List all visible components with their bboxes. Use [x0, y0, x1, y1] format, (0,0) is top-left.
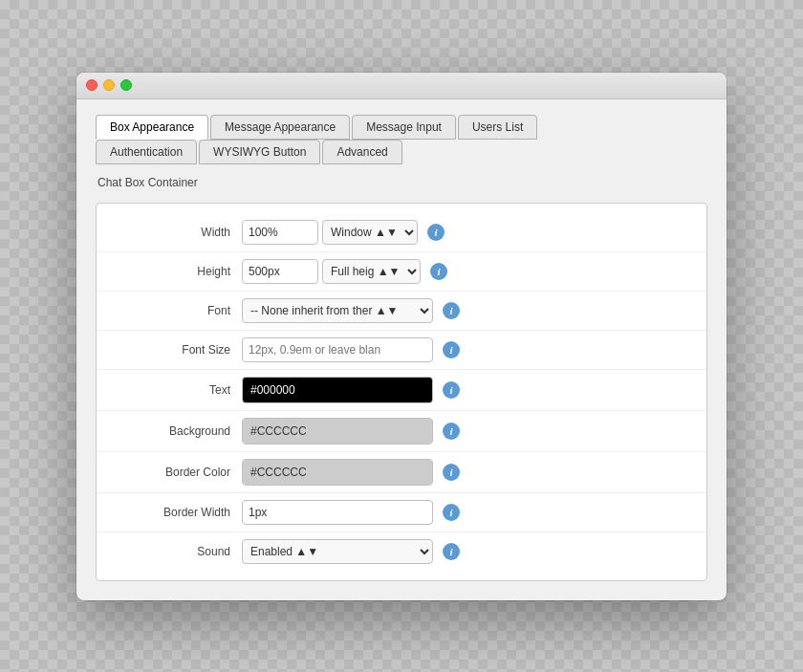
- tab-advanced[interactable]: Advanced: [322, 140, 402, 164]
- height-info-icon[interactable]: i: [430, 263, 447, 280]
- text-info-icon[interactable]: i: [443, 381, 460, 399]
- tab-message-appearance[interactable]: Message Appearance: [210, 115, 350, 140]
- border-width-info-icon[interactable]: i: [443, 504, 460, 521]
- form-row-border-width: Border Width i: [97, 493, 706, 532]
- tab-authentication[interactable]: Authentication: [96, 140, 197, 164]
- traffic-lights: [86, 79, 132, 91]
- form-row-font-size: Font Size i: [97, 331, 706, 370]
- label-font: Font: [116, 304, 230, 317]
- tab-message-input[interactable]: Message Input: [352, 115, 456, 140]
- tabs-row1: Box Appearance Message Appearance Messag…: [96, 115, 707, 140]
- label-border-width: Border Width: [116, 506, 230, 519]
- text-color-wrapper: [242, 377, 433, 403]
- form-row-sound: Sound Enabled ▲▼ Disabled i: [97, 532, 706, 571]
- font-select[interactable]: -- None inherit from ther ▲▼ Arial Helve…: [242, 298, 433, 323]
- height-input[interactable]: [242, 259, 318, 284]
- form-row-text: Text i: [97, 370, 706, 411]
- background-color-input[interactable]: [243, 419, 432, 444]
- text-color-input[interactable]: [243, 378, 432, 402]
- tab-users-list[interactable]: Users List: [458, 115, 537, 140]
- maximize-button[interactable]: [120, 79, 132, 91]
- width-input[interactable]: [242, 220, 318, 245]
- tab-box-appearance[interactable]: Box Appearance: [96, 115, 208, 140]
- background-info-icon[interactable]: i: [443, 423, 460, 440]
- form-row-height: Height Full heig ▲▼ Custom i: [97, 252, 706, 292]
- label-background: Background: [116, 424, 230, 438]
- window-content: Box Appearance Message Appearance Messag…: [76, 99, 727, 600]
- form-row-border-color: Border Color i: [97, 452, 706, 493]
- width-group: Window ▲▼ Full width Custom: [242, 220, 418, 245]
- sound-select[interactable]: Enabled ▲▼ Disabled: [242, 539, 433, 564]
- tabs-row2: Authentication WYSIWYG Button Advanced: [96, 140, 707, 164]
- border-color-wrapper: [242, 459, 433, 486]
- background-color-wrapper: [242, 418, 433, 444]
- border-color-info-icon[interactable]: i: [443, 464, 460, 481]
- section-title: Chat Box Container: [96, 176, 707, 189]
- height-select[interactable]: Full heig ▲▼ Custom: [322, 259, 421, 284]
- tab-wysiwyg-button[interactable]: WYSIWYG Button: [199, 140, 320, 164]
- font-info-icon[interactable]: i: [443, 302, 460, 319]
- form-row-font: Font -- None inherit from ther ▲▼ Arial …: [97, 292, 706, 331]
- settings-window: Box Appearance Message Appearance Messag…: [76, 73, 727, 600]
- label-height: Height: [116, 265, 230, 278]
- height-group: Full heig ▲▼ Custom: [242, 259, 421, 284]
- sound-info-icon[interactable]: i: [443, 543, 460, 560]
- border-width-input[interactable]: [242, 500, 433, 525]
- form-row-background: Background i: [97, 411, 706, 452]
- titlebar: [76, 73, 727, 99]
- close-button[interactable]: [86, 79, 98, 91]
- form-row-width: Width Window ▲▼ Full width Custom i: [97, 213, 706, 252]
- width-info-icon[interactable]: i: [427, 224, 445, 241]
- font-size-info-icon[interactable]: i: [443, 341, 460, 358]
- font-size-input[interactable]: [242, 337, 433, 362]
- form-container: Width Window ▲▼ Full width Custom i Heig…: [96, 203, 707, 581]
- label-sound: Sound: [116, 545, 230, 558]
- label-text: Text: [116, 383, 230, 397]
- label-border-color: Border Color: [116, 466, 230, 479]
- width-select[interactable]: Window ▲▼ Full width Custom: [322, 220, 418, 245]
- label-font-size: Font Size: [116, 343, 230, 357]
- border-color-input[interactable]: [243, 460, 432, 485]
- label-width: Width: [116, 226, 230, 239]
- minimize-button[interactable]: [103, 79, 115, 91]
